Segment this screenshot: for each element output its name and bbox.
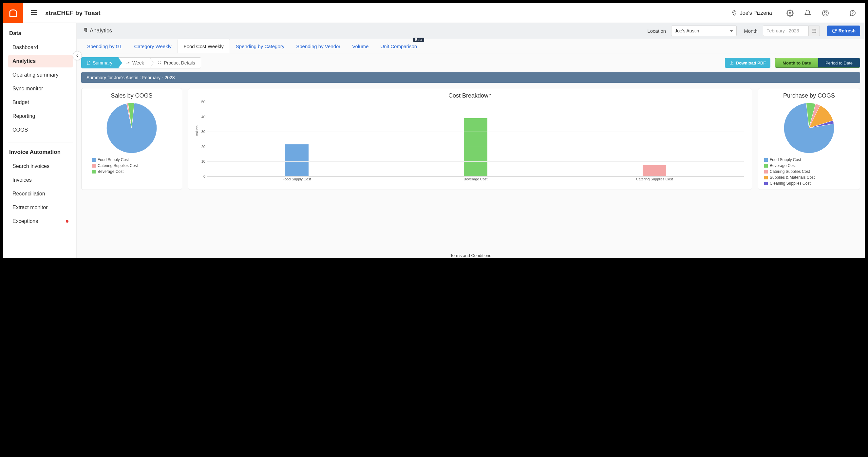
legend-label: Beverage Cost xyxy=(770,163,796,169)
sidebar-item-label: Exceptions xyxy=(12,218,38,224)
sales-pie-chart xyxy=(105,102,158,154)
subtab-group: Summary Week Product Details xyxy=(81,57,201,68)
tab-label: Volume xyxy=(352,43,369,49)
summary-banner: Summary for Joe's Austin : February - 20… xyxy=(81,72,860,83)
sidebar-item-reconciliation[interactable]: Reconciliation xyxy=(8,188,73,200)
legend-label: Cleaning Supplies Cost xyxy=(770,181,811,186)
subtab-product-details[interactable]: Product Details xyxy=(150,57,201,68)
y-tick: 30 xyxy=(197,130,205,134)
sidebar-item-label: Analytics xyxy=(12,58,36,64)
help-chat-icon[interactable] xyxy=(846,7,859,19)
svg-point-3 xyxy=(734,11,735,13)
sidebar-item-sync-monitor[interactable]: Sync monitor xyxy=(8,83,73,95)
sidebar-item-analytics[interactable]: Analytics xyxy=(8,55,73,67)
brand-logo[interactable] xyxy=(3,3,23,23)
month-input[interactable]: February - 2023 xyxy=(763,26,809,36)
card-title: Sales by COGS xyxy=(111,92,152,99)
hamburger-menu-icon[interactable] xyxy=(28,6,40,20)
tab-spending-by-category[interactable]: Spending by Category xyxy=(230,39,290,53)
user-profile-icon[interactable] xyxy=(819,7,832,19)
toggle-period-to-date[interactable]: Period to Date xyxy=(818,58,860,67)
tab-unit-comparison[interactable]: Unit Comparison Beta xyxy=(374,39,423,53)
sidebar-item-label: Reconciliation xyxy=(12,191,45,197)
main: Analytics Location Joe's Austin Month Fe… xyxy=(76,23,865,258)
page-title-text: Analytics xyxy=(90,28,112,34)
sidebar-item-label: Extract monitor xyxy=(12,205,48,210)
sidebar-item-invoices[interactable]: Invoices xyxy=(8,174,73,186)
y-tick: 0 xyxy=(197,174,205,178)
sidebar-item-label: Invoices xyxy=(12,177,32,183)
download-pdf-button[interactable]: Download PDF xyxy=(725,58,771,68)
purchase-pie-chart xyxy=(783,102,835,154)
tab-label: Food Cost Weekly xyxy=(184,43,224,49)
bar xyxy=(643,165,666,176)
month-input-value: February - 2023 xyxy=(767,28,799,33)
sidebar-collapse-button[interactable] xyxy=(73,51,82,60)
toggle-month-to-date[interactable]: Month to Date xyxy=(775,58,818,67)
legend-swatch xyxy=(92,158,96,162)
sidebar-item-exceptions[interactable]: Exceptions xyxy=(8,215,73,228)
separator xyxy=(839,7,839,19)
legend-swatch xyxy=(764,182,768,185)
y-tick: 50 xyxy=(197,100,205,104)
svg-point-4 xyxy=(789,12,791,14)
card-title: Cost Breakdown xyxy=(448,92,492,99)
tab-label: Spending by Category xyxy=(236,43,284,49)
tab-spending-by-vendor[interactable]: Spending by Vendor xyxy=(290,39,346,53)
topbar: xtraCHEF by Toast Joe's Pizzeria xyxy=(3,3,865,23)
tabs: Spending by GL Category Weekly Food Cost… xyxy=(76,39,865,53)
app-window: xtraCHEF by Toast Joe's Pizzeria Data Da… xyxy=(3,3,865,258)
x-tick-label: Food Supply Cost xyxy=(272,177,321,184)
legend-swatch xyxy=(764,158,768,162)
tab-food-cost-weekly[interactable]: Food Cost Weekly xyxy=(178,39,230,53)
sidebar-item-label: Dashboard xyxy=(12,44,38,51)
bar xyxy=(464,118,487,176)
legend-item: Food Supply Cost xyxy=(764,157,815,163)
svg-rect-8 xyxy=(812,29,816,33)
sidebar-item-reporting[interactable]: Reporting xyxy=(8,110,73,123)
sidebar-item-label: Sync monitor xyxy=(12,86,43,92)
card-title: Purchase by COGS xyxy=(783,92,835,99)
card-cost-breakdown: Cost Breakdown Values 01020304050 Food S… xyxy=(188,88,752,190)
calendar-icon xyxy=(811,28,816,33)
top-location[interactable]: Joe's Pizzeria xyxy=(732,10,772,16)
sidebar-item-budget[interactable]: Budget xyxy=(8,96,73,109)
location-label: Location xyxy=(647,28,666,34)
notifications-bell-icon[interactable] xyxy=(802,7,814,19)
legend-item: Cleaning Supplies Cost xyxy=(764,181,815,186)
legend-item: Beverage Cost xyxy=(92,169,138,174)
tab-label: Category Weekly xyxy=(134,43,172,49)
legend-label: Food Supply Cost xyxy=(770,157,801,163)
sales-legend: Food Supply CostCatering Supplies CostBe… xyxy=(86,157,138,174)
sidebar-item-dashboard[interactable]: Dashboard xyxy=(8,41,73,54)
legend-label: Supplies & Materials Cost xyxy=(770,174,815,181)
tab-volume[interactable]: Volume xyxy=(346,39,374,53)
sidebar-item-cogs[interactable]: COGS xyxy=(8,124,73,136)
sidebar-item-search-invoices[interactable]: Search invoices xyxy=(8,160,73,172)
cost-bar-chart: Values 01020304050 Food Supply CostBever… xyxy=(193,102,747,184)
beta-badge: Beta xyxy=(413,38,424,42)
refresh-button-label: Refresh xyxy=(839,28,856,33)
legend-item: Catering Supplies Cost xyxy=(92,163,138,169)
card-sales-by-cogs: Sales by COGS Food Supply CostCatering S… xyxy=(81,88,182,190)
sidebar-item-extract-monitor[interactable]: Extract monitor xyxy=(8,201,73,214)
terms-link[interactable]: Terms and Conditions xyxy=(76,252,865,258)
subtab-week[interactable]: Week xyxy=(118,57,150,68)
y-tick: 20 xyxy=(197,145,205,149)
calendar-button[interactable] xyxy=(809,26,820,36)
date-range-toggle: Month to Date Period to Date xyxy=(775,58,860,68)
alert-dot-icon xyxy=(66,220,68,223)
svg-point-13 xyxy=(160,62,161,62)
tab-category-weekly[interactable]: Category Weekly xyxy=(128,39,178,53)
settings-gear-icon[interactable] xyxy=(784,7,796,19)
x-tick-label: Beverage Cost xyxy=(451,177,500,184)
legend-label: Food Supply Cost xyxy=(98,157,129,163)
subtab-summary[interactable]: Summary xyxy=(81,57,119,68)
tab-spending-by-gl[interactable]: Spending by GL xyxy=(81,39,128,53)
location-select[interactable]: Joe's Austin xyxy=(671,26,737,36)
refresh-button[interactable]: Refresh xyxy=(827,26,860,36)
sidebar-item-operating-summary[interactable]: Operating summary xyxy=(8,69,73,81)
document-icon xyxy=(86,61,91,65)
subtab-label: Week xyxy=(132,60,144,65)
top-location-label: Joe's Pizzeria xyxy=(740,10,772,16)
